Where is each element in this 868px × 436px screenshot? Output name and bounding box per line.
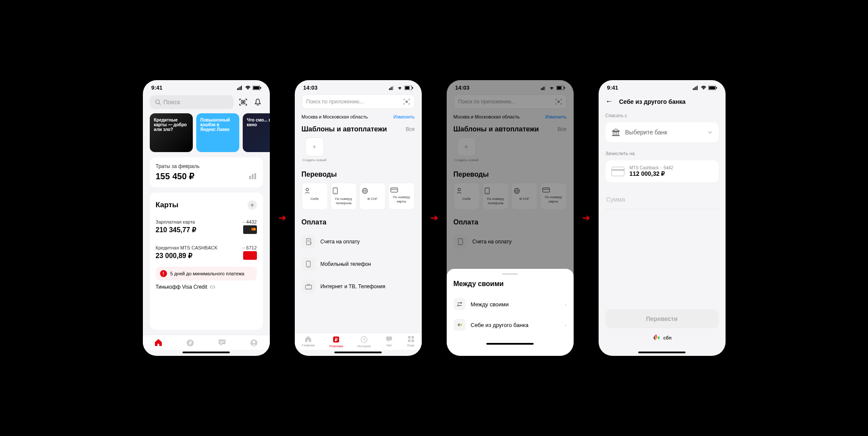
add-card-button[interactable] (247, 200, 257, 210)
account-row[interactable]: Кредитная MTS CASHBACK·· 6712 23 000,89 … (156, 242, 257, 263)
tab-more[interactable]: Еще (407, 336, 414, 348)
svg-rect-51 (411, 339, 414, 342)
status-icons (237, 86, 261, 90)
tab-bar: Главная ₽Платежи История Чат Еще (295, 333, 422, 350)
tab-payments[interactable]: ₽Платежи (329, 336, 343, 348)
payment-warning[interactable]: ! 5 дней до минимального платежа (156, 267, 257, 280)
svg-line-8 (159, 103, 161, 105)
svg-rect-50 (408, 339, 411, 342)
story-tile[interactable]: Повышенный кэшбэк в Яндекс Лавке (196, 113, 239, 152)
svg-rect-6 (260, 87, 261, 89)
transfer-cis-tile[interactable]: В СНГ (359, 183, 386, 210)
tab-payments[interactable]: ₽ (186, 339, 195, 347)
transfer-card-tile[interactable]: По номеру карты (388, 183, 414, 210)
status-bar: 9:41 (599, 80, 726, 93)
svg-rect-12 (252, 174, 253, 179)
status-icons (693, 86, 717, 90)
svg-text:₽: ₽ (310, 242, 312, 245)
sheet-item-between-own[interactable]: Между своими › (454, 294, 567, 315)
tab-profile[interactable] (250, 339, 258, 347)
spend-label: Траты за февраль (156, 163, 257, 169)
spend-amount: 155 450 ₽ (156, 171, 195, 181)
svg-marker-81 (658, 336, 659, 340)
home-indicator (638, 352, 686, 353)
svg-rect-13 (254, 173, 256, 179)
bank-icon (612, 128, 620, 136)
select-bank-button[interactable]: Выберите банк (605, 122, 719, 142)
svg-rect-21 (389, 88, 390, 90)
region-row: Москва и Московская область Изменить (295, 112, 422, 123)
bell-icon[interactable] (253, 97, 263, 107)
link-icon (210, 284, 215, 290)
svg-rect-5 (253, 86, 259, 89)
payment-item-mobile[interactable]: Мобильный телефон (302, 253, 415, 275)
phone-icon (302, 257, 315, 271)
account-row[interactable]: Зарплатная карта·· 4432 210 345,77 ₽ (156, 216, 257, 237)
svg-rect-48 (408, 336, 411, 339)
sheet-handle[interactable] (502, 273, 518, 275)
transfer-phone-tile[interactable]: По номеру телефона (331, 183, 357, 210)
region-change-link[interactable]: Изменить (393, 114, 415, 119)
chevron-right-icon: › (565, 301, 566, 308)
tab-history[interactable]: История (358, 336, 371, 348)
svg-rect-2 (240, 87, 241, 90)
card-brand-icon (243, 251, 257, 260)
create-template-button[interactable]: + Создать новый (302, 137, 327, 162)
tab-chat[interactable]: Чат (385, 336, 393, 348)
svg-rect-47 (386, 336, 392, 340)
receipt-icon: ₽ (302, 235, 315, 249)
from-label: Списать с (599, 110, 726, 121)
dest-card-name: MTS Cashback ·· 5442 (630, 165, 673, 170)
nav-header: ← Себе из другого банка (599, 93, 726, 110)
page-title: Себе из другого банка (619, 98, 686, 105)
back-button[interactable]: ← (605, 97, 613, 106)
svg-rect-18 (220, 343, 223, 343)
spending-card[interactable]: Траты за февраль 155 450 ₽ (150, 157, 263, 187)
chevron-right-icon: › (565, 322, 566, 328)
svg-rect-78 (716, 87, 717, 89)
payment-item-bills[interactable]: ₽Счета на оплату (302, 230, 415, 253)
search-placeholder: Поиск по приложению... (306, 99, 364, 105)
screen-from-other-bank: 9:41 ← Себе из другого банка Списать с В… (599, 80, 726, 356)
home-indicator (182, 352, 230, 353)
story-tile[interactable]: Что смо... в кино (243, 113, 270, 152)
svg-rect-49 (411, 336, 414, 339)
payment-item-internet[interactable]: Интернет и ТВ, Телефония (302, 275, 415, 298)
card-brand-icon (243, 225, 257, 234)
status-time: 9:41 (151, 84, 163, 91)
search-input[interactable]: Поиск (150, 95, 234, 109)
tab-chat[interactable] (218, 339, 226, 347)
svg-marker-71 (461, 323, 462, 327)
battery-icon (253, 86, 261, 90)
card-icon (390, 187, 412, 193)
transfer-self-tile[interactable]: Себе (302, 183, 328, 210)
search-placeholder: Поиск (164, 99, 180, 106)
tab-home[interactable]: Главная (302, 336, 315, 348)
transfer-button[interactable]: Перевести (605, 309, 719, 328)
home-indicator (486, 343, 534, 345)
svg-rect-27 (412, 87, 413, 89)
svg-rect-10 (242, 101, 244, 103)
sheet-item-from-other-bank[interactable]: Себе из другого банка › (454, 315, 567, 335)
destination-card[interactable]: MTS Cashback ·· 5442 112 000,32 ₽ (605, 160, 719, 182)
screen-payments: 14:03 Поиск по приложению... Москва и Мо… (295, 80, 422, 356)
flow-arrow-icon: ➔ (430, 212, 438, 224)
tab-home[interactable] (154, 339, 163, 347)
status-time: 14:03 (303, 84, 318, 91)
swap-icon (454, 298, 466, 310)
svg-rect-72 (693, 88, 694, 90)
bar-chart-icon (249, 173, 257, 179)
account-row[interactable]: Тинькофф Visa Credit (156, 280, 257, 290)
status-time: 9:41 (607, 84, 618, 91)
amount-input[interactable]: Сумма (605, 190, 719, 209)
app-search-input[interactable]: Поиск по приложению... (302, 94, 415, 109)
qr-scan-icon[interactable] (238, 97, 248, 107)
status-bar: 14:03 (295, 80, 422, 93)
see-all-link[interactable]: Все (406, 126, 415, 132)
templates-title: Шаблоны и автоплатежи (302, 125, 387, 133)
story-tile[interactable]: Кредитные карты — добро или зло? (150, 113, 193, 152)
stories-row: Кредитные карты — добро или зло? Повышен… (143, 113, 270, 157)
transfers-title: Переводы (302, 171, 337, 178)
qr-scan-icon[interactable] (403, 98, 410, 105)
search-row: Поиск (143, 93, 270, 113)
